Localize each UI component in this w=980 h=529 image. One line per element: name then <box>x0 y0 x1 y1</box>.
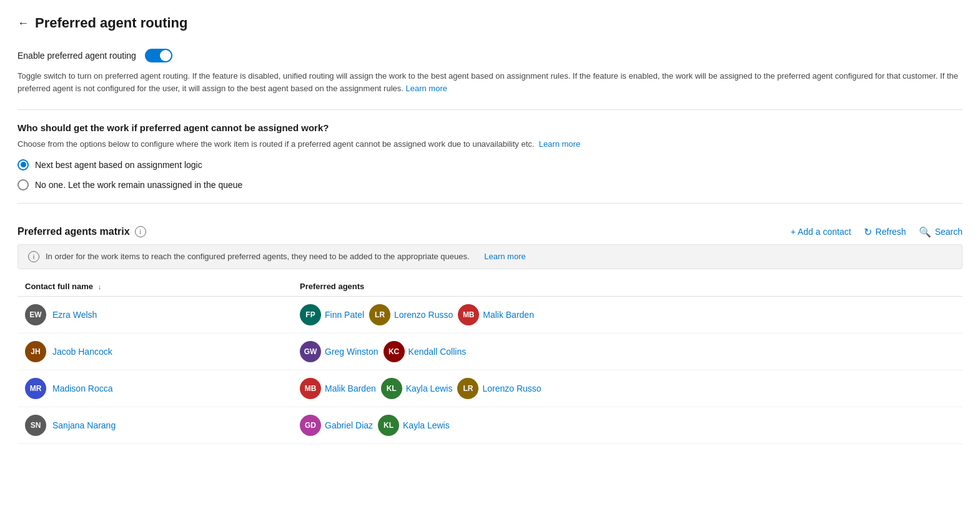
toggle-description: Toggle switch to turn on preferred agent… <box>17 70 963 94</box>
matrix-info-icon[interactable]: i <box>135 226 146 237</box>
page-header: ← Preferred agent routing <box>17 15 963 31</box>
agent-avatar: MB <box>300 378 321 399</box>
agent-avatar: KL <box>378 415 399 436</box>
agent-name[interactable]: Lorenzo Russo <box>482 383 541 393</box>
agent-name[interactable]: Finn Patel <box>325 310 364 320</box>
add-contact-label: + Add a contact <box>791 227 851 237</box>
agents-cell: FPFinn PatelLRLorenzo RussoMBMalik Barde… <box>300 304 955 325</box>
agent-avatar: GW <box>300 341 321 362</box>
toggle-section: Enable preferred agent routing Toggle sw… <box>17 49 963 109</box>
table-body: EWEzra WelshFPFinn PatelLRLorenzo RussoM… <box>17 297 963 444</box>
agent-avatar: LR <box>369 304 390 325</box>
refresh-button[interactable]: ↻ Refresh <box>864 226 906 238</box>
agent-avatar: KL <box>381 378 402 399</box>
matrix-header: Preferred agents matrix i + Add a contac… <box>17 216 963 244</box>
agent-name[interactable]: Kayla Lewis <box>403 420 450 430</box>
agent-name[interactable]: Kayla Lewis <box>406 383 453 393</box>
sort-icon[interactable]: ↓ <box>98 283 102 290</box>
contact-name[interactable]: Ezra Welsh <box>52 310 97 320</box>
agent-name[interactable]: Kendall Collins <box>408 347 467 357</box>
table-row: SNSanjana NarangGDGabriel DiazKLKayla Le… <box>17 407 963 444</box>
search-button[interactable]: 🔍 Search <box>919 226 963 238</box>
agent-chip: KLKayla Lewis <box>381 378 453 399</box>
refresh-icon: ↻ <box>864 226 872 238</box>
contact-avatar: JH <box>25 341 46 362</box>
radio-btn-no-one[interactable] <box>17 179 29 190</box>
agent-avatar: MB <box>458 304 479 325</box>
page-container: ← Preferred agent routing Enable preferr… <box>0 0 980 529</box>
info-banner: i In order for the work items to reach t… <box>17 244 963 269</box>
routing-section: Who should get the work if preferred age… <box>17 109 963 203</box>
agent-chip: GDGabriel Diaz <box>300 415 373 436</box>
contact-avatar: EW <box>25 304 46 325</box>
page-title: Preferred agent routing <box>35 15 187 31</box>
matrix-actions: + Add a contact ↻ Refresh 🔍 Search <box>791 226 963 238</box>
preferred-agents-table: Contact full name ↓ Preferred agents EWE… <box>17 277 963 444</box>
contact-name[interactable]: Madison Rocca <box>52 383 113 393</box>
contact-name[interactable]: Jacob Hancock <box>52 347 112 357</box>
agent-name[interactable]: Malik Barden <box>325 383 376 393</box>
contact-cell: EWEzra Welsh <box>25 304 300 325</box>
agent-avatar: LR <box>457 378 478 399</box>
routing-heading: Who should get the work if preferred age… <box>17 122 963 133</box>
agent-chip: MBMalik Barden <box>458 304 534 325</box>
table-header-row: Contact full name ↓ Preferred agents <box>17 277 963 297</box>
add-contact-button[interactable]: + Add a contact <box>791 227 851 237</box>
toggle-learn-more-link[interactable]: Learn more <box>406 84 447 93</box>
matrix-title-row: Preferred agents matrix i <box>17 226 146 237</box>
banner-info-icon: i <box>28 251 39 262</box>
search-label: Search <box>935 227 963 237</box>
agent-name[interactable]: Malik Barden <box>483 310 534 320</box>
agent-avatar: FP <box>300 304 321 325</box>
contact-cell: JHJacob Hancock <box>25 341 300 362</box>
col-preferred-agents: Preferred agents <box>300 282 955 291</box>
agent-avatar: GD <box>300 415 321 436</box>
contact-cell: MRMadison Rocca <box>25 378 300 399</box>
radio-label-no-one: No one. Let the work remain unassigned i… <box>35 180 242 190</box>
agent-chip: KLKayla Lewis <box>378 415 450 436</box>
toggle-label: Enable preferred agent routing <box>17 51 136 61</box>
agents-cell: GWGreg WinstonKCKendall Collins <box>300 341 955 362</box>
agent-chip: LRLorenzo Russo <box>369 304 453 325</box>
enable-routing-toggle[interactable] <box>145 49 172 62</box>
agent-name[interactable]: Gabriel Diaz <box>325 420 373 430</box>
radio-label-next-best: Next best agent based on assignment logi… <box>35 160 202 170</box>
agent-chip: MBMalik Barden <box>300 378 376 399</box>
banner-text: In order for the work items to reach the… <box>46 252 470 261</box>
contact-cell: SNSanjana Narang <box>25 415 300 436</box>
radio-group: Next best agent based on assignment logi… <box>17 159 963 190</box>
agents-cell: MBMalik BardenKLKayla LewisLRLorenzo Rus… <box>300 378 955 399</box>
contact-name[interactable]: Sanjana Narang <box>52 420 116 430</box>
col-contact-name: Contact full name ↓ <box>25 282 300 291</box>
routing-learn-more-link[interactable]: Learn more <box>539 139 580 149</box>
toggle-row: Enable preferred agent routing <box>17 49 963 62</box>
agent-chip: LRLorenzo Russo <box>457 378 541 399</box>
banner-learn-more-link[interactable]: Learn more <box>484 252 525 261</box>
table-row: JHJacob HancockGWGreg WinstonKCKendall C… <box>17 334 963 370</box>
table-row: EWEzra WelshFPFinn PatelLRLorenzo RussoM… <box>17 297 963 334</box>
matrix-title: Preferred agents matrix <box>17 226 130 237</box>
routing-description: Choose from the options below to configu… <box>17 138 963 151</box>
radio-btn-next-best[interactable] <box>17 159 29 171</box>
agent-chip: GWGreg Winston <box>300 341 379 362</box>
agent-name[interactable]: Lorenzo Russo <box>394 310 453 320</box>
contact-avatar: MR <box>25 378 46 399</box>
table-row: MRMadison RoccaMBMalik BardenKLKayla Lew… <box>17 370 963 407</box>
search-icon: 🔍 <box>919 226 931 238</box>
radio-option-next-best[interactable]: Next best agent based on assignment logi… <box>17 159 963 171</box>
back-button[interactable]: ← <box>17 17 29 30</box>
matrix-section: Preferred agents matrix i + Add a contac… <box>17 203 963 457</box>
agents-cell: GDGabriel DiazKLKayla Lewis <box>300 415 955 436</box>
agent-name[interactable]: Greg Winston <box>325 347 379 357</box>
contact-avatar: SN <box>25 415 46 436</box>
agent-avatar: KC <box>384 341 405 362</box>
radio-option-no-one[interactable]: No one. Let the work remain unassigned i… <box>17 179 963 190</box>
agent-chip: FPFinn Patel <box>300 304 364 325</box>
refresh-label: Refresh <box>876 227 906 237</box>
agent-chip: KCKendall Collins <box>384 341 467 362</box>
